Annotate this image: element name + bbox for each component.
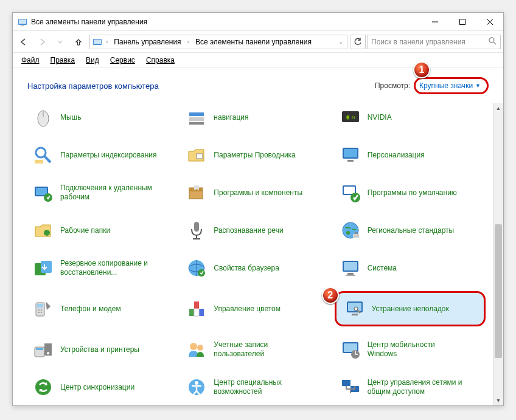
- view-dropdown[interactable]: Крупные значки ▼: [414, 77, 489, 94]
- svg-rect-62: [352, 314, 358, 315]
- menu-edit[interactable]: Правка: [46, 55, 80, 66]
- cp-item-label: Центр специальных возможностей: [214, 378, 311, 396]
- view-switch: 1 Просмотр: Крупные значки ▼: [375, 77, 489, 94]
- cp-item-speech[interactable]: Распознавание речи: [181, 216, 332, 245]
- content-header: Настройка параметров компьютера 1 Просмо…: [13, 67, 503, 103]
- cp-item-label: Центр мобильности Windows: [368, 340, 465, 359]
- svg-point-68: [190, 343, 197, 350]
- cp-item-mouse[interactable]: Мышь: [27, 103, 178, 132]
- svg-point-45: [198, 269, 205, 277]
- index-icon: [32, 144, 54, 166]
- up-button[interactable]: [70, 33, 87, 50]
- svg-rect-20: [35, 160, 43, 164]
- cp-item-users[interactable]: Учетные записи пользователей: [181, 335, 332, 364]
- cp-item-sync[interactable]: Центр синхронизации: [27, 373, 178, 402]
- svg-line-19: [44, 156, 51, 162]
- items-grid: МышьнавигацияNNVIDIAПараметры индексиров…: [27, 103, 486, 405]
- svg-point-67: [47, 352, 49, 354]
- menu-file[interactable]: Файл: [16, 55, 44, 66]
- cp-item-region[interactable]: Региональные стандарты: [335, 216, 486, 245]
- svg-point-33: [44, 230, 50, 236]
- callout-1: 1: [413, 61, 430, 78]
- scrollbar[interactable]: ▲ ▼: [493, 103, 503, 405]
- window: Все элементы панели управления › Панель …: [12, 12, 504, 406]
- cp-item-devices[interactable]: Устройства и принтеры: [27, 335, 178, 364]
- cp-item-system[interactable]: Система: [335, 253, 486, 283]
- chevron-down-icon[interactable]: ⌄: [337, 38, 344, 45]
- cp-item-backup[interactable]: Резервное копирование и восстановлени...: [27, 253, 178, 283]
- menu-help[interactable]: Справка: [141, 55, 180, 66]
- sync-icon: [32, 376, 54, 398]
- cp-item-label: NVIDIA: [368, 113, 392, 122]
- breadcrumb-all-items[interactable]: Все элементы панели управления: [193, 36, 314, 47]
- cp-item-network[interactable]: Центр управления сетями и общим доступом: [335, 373, 486, 402]
- cp-item-personalize[interactable]: Персонализация: [335, 140, 486, 170]
- cp-item-label: Устранение неполадок: [372, 305, 449, 314]
- users-icon: [186, 339, 207, 360]
- svg-rect-65: [36, 348, 43, 350]
- cp-item-programs[interactable]: Программы и компоненты: [181, 178, 332, 207]
- svg-rect-47: [344, 262, 357, 270]
- maximize-button[interactable]: [448, 13, 476, 30]
- svg-rect-58: [199, 309, 204, 316]
- svg-rect-56: [194, 301, 199, 309]
- recent-dropdown[interactable]: [52, 33, 69, 50]
- cp-item-remote[interactable]: Подключения к удаленным рабочим: [27, 178, 178, 207]
- programs-icon: [186, 182, 207, 204]
- speech-icon: [186, 219, 207, 241]
- forward-button[interactable]: [33, 33, 51, 50]
- nvidia-icon: N: [340, 106, 361, 128]
- navbar: › Панель управления › Все элементы панел…: [13, 31, 503, 53]
- menu-view[interactable]: Вид: [81, 55, 104, 66]
- svg-rect-2: [21, 25, 24, 26]
- back-button[interactable]: [15, 33, 32, 50]
- titlebar: Все элементы панели управления: [13, 13, 503, 31]
- cp-item-label: Система: [368, 264, 397, 273]
- minimize-button[interactable]: [421, 13, 448, 30]
- cp-item-phone[interactable]: Телефон и модем: [27, 291, 178, 326]
- cp-item-color[interactable]: Управление цветом: [181, 291, 332, 326]
- callout-2: 2: [322, 287, 339, 304]
- cp-item-mobility[interactable]: Центр мобильности Windows: [335, 335, 486, 364]
- cp-item-defaults[interactable]: Программы по умолчанию: [335, 178, 486, 207]
- mouse-icon: [32, 106, 54, 128]
- search-input[interactable]: Поиск в панели управления: [367, 35, 501, 49]
- breadcrumb-control-panel[interactable]: Панель управления: [111, 36, 183, 47]
- cp-item-folder-opts[interactable]: Параметры Проводника: [181, 140, 332, 170]
- color-icon: [186, 298, 207, 320]
- view-label: Просмотр:: [375, 81, 410, 90]
- control-panel-icon: [92, 37, 102, 47]
- svg-rect-49: [346, 275, 355, 276]
- svg-point-52: [38, 309, 40, 311]
- scroll-area: МышьнавигацияNNVIDIAПараметры индексиров…: [13, 103, 493, 405]
- svg-point-53: [41, 309, 42, 311]
- folder-opts-icon: [186, 144, 207, 166]
- scroll-down-button[interactable]: ▼: [493, 395, 503, 405]
- svg-rect-13: [189, 112, 204, 116]
- personalize-icon: [340, 144, 361, 166]
- menu-tools[interactable]: Сервис: [105, 55, 140, 66]
- scroll-up-button[interactable]: ▲: [493, 103, 503, 113]
- svg-rect-57: [189, 309, 194, 316]
- cp-item-nvidia[interactable]: NNVIDIA: [335, 103, 486, 132]
- address-bar[interactable]: › Панель управления › Все элементы панел…: [89, 35, 347, 49]
- cp-item-nav[interactable]: навигация: [181, 103, 332, 132]
- svg-rect-26: [36, 188, 47, 195]
- nav-icon: [186, 106, 207, 128]
- cp-item-index[interactable]: Параметры индексирования: [27, 140, 178, 170]
- browser-icon: [186, 257, 207, 279]
- cp-item-work-folders[interactable]: Рабочие папки: [27, 216, 178, 245]
- cp-item-browser[interactable]: Свойства браузера: [181, 253, 332, 283]
- svg-rect-14: [189, 117, 204, 121]
- cp-item-label: Резервное копирование и восстановлени...: [60, 259, 158, 277]
- cp-item-ease[interactable]: Центр специальных возможностей: [181, 373, 332, 402]
- scroll-thumb[interactable]: [495, 224, 502, 358]
- cp-item-troubleshoot[interactable]: Устранение неполадок2: [335, 291, 486, 326]
- refresh-button[interactable]: [350, 35, 366, 49]
- svg-point-9: [489, 38, 494, 43]
- svg-rect-51: [37, 304, 43, 308]
- svg-point-69: [197, 345, 203, 351]
- cp-item-label: Центр управления сетями и общим доступом: [368, 378, 465, 396]
- close-button[interactable]: [476, 13, 503, 30]
- devices-icon: [32, 339, 54, 360]
